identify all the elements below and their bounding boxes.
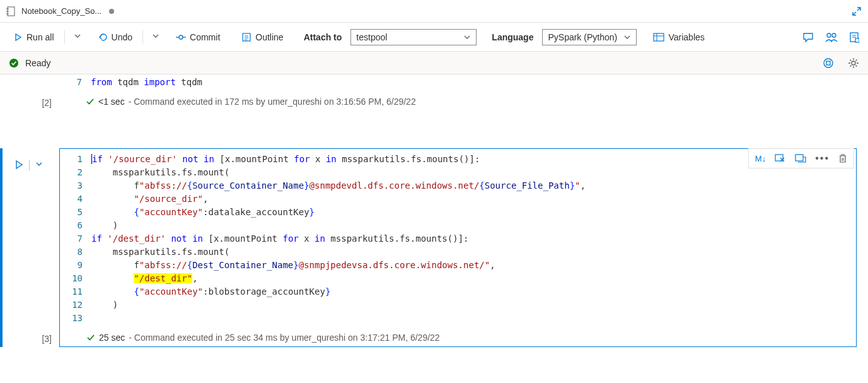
svg-point-4 (179, 35, 183, 39)
cell-execution-count: [3] (42, 334, 52, 344)
undo-button[interactable]: Undo (93, 30, 137, 45)
svg-point-15 (832, 33, 836, 37)
cell-content: 7 from tqdm import tqdm <1 sec - Command… (59, 74, 857, 110)
run-options-dropdown[interactable] (35, 160, 43, 168)
cell-execution-count: [2] (42, 98, 52, 108)
code-cell: 12345678910111213 if '/source_dir' not i… (0, 148, 868, 347)
language-label: Language (479, 32, 540, 42)
attach-to-value: testpool (356, 32, 387, 42)
line-number-gutter: 12345678910111213 (60, 153, 91, 325)
language-value: PySpark (Python) (548, 32, 617, 42)
cell-gutter: [2] (3, 74, 59, 110)
exec-message: - Command executed in 25 sec 34 ms by um… (129, 333, 439, 343)
execution-status: <1 sec - Command executed in 172 ms by u… (59, 93, 857, 110)
settings-icon[interactable] (848, 57, 859, 69)
svg-point-14 (827, 33, 831, 37)
svg-rect-19 (855, 38, 859, 42)
cell-content: 12345678910111213 if '/source_dir' not i… (59, 148, 857, 347)
exec-time: <1 sec (98, 97, 125, 107)
cell-gutter (3, 148, 59, 347)
code-cell: [2] 7 from tqdm import tqdm <1 sec - Com… (0, 74, 868, 110)
chevron-down-icon (74, 32, 81, 40)
variables-icon (653, 33, 664, 42)
code-editor[interactable]: 12345678910111213 if '/source_dir' not i… (60, 149, 856, 329)
toolbar: Run all Undo Commit Outline Attach to te… (0, 23, 868, 52)
properties-icon[interactable] (849, 32, 859, 43)
svg-point-20 (9, 59, 18, 68)
run-all-label: Run all (26, 32, 54, 42)
chevron-down-icon (152, 32, 159, 40)
code-content: if '/source_dir' not in [x.mountPoint fo… (91, 153, 856, 325)
notebook-title: Notebook_Copy_So... (21, 6, 101, 16)
variables-label: Variables (668, 32, 704, 42)
outline-button[interactable]: Outline (236, 30, 288, 45)
svg-point-23 (852, 61, 855, 65)
chevron-down-icon (623, 33, 631, 41)
undo-icon (98, 32, 108, 42)
language-select[interactable]: PySpark (Python) (542, 29, 637, 45)
run-cell-button[interactable] (14, 160, 24, 170)
code-editor[interactable]: 7 from tqdm import tqdm (59, 74, 857, 93)
attach-to-select[interactable]: testpool (350, 29, 477, 45)
svg-rect-11 (654, 33, 664, 41)
svg-point-21 (824, 59, 833, 68)
play-icon (14, 33, 23, 42)
coauthors-icon[interactable] (825, 32, 838, 43)
run-all-button[interactable]: Run all (9, 30, 59, 45)
svg-rect-22 (826, 61, 830, 65)
status-text: Ready (25, 58, 50, 68)
notebook-file-icon (6, 6, 16, 16)
exec-time: 25 sec (99, 333, 125, 343)
notebook-body: [2] 7 from tqdm import tqdm <1 sec - Com… (0, 74, 868, 360)
commit-button[interactable]: Commit (171, 30, 225, 45)
undo-dropdown[interactable] (148, 30, 163, 44)
check-icon (86, 97, 95, 106)
unsaved-indicator-icon (109, 9, 114, 14)
execution-status: 25 sec - Command executed in 25 sec 34 m… (60, 329, 856, 346)
undo-label: Undo (112, 32, 132, 42)
attach-to-label: Attach to (291, 32, 349, 42)
variables-button[interactable]: Variables (648, 30, 709, 45)
status-ready-icon (9, 58, 19, 68)
comments-icon[interactable] (802, 32, 814, 43)
exec-message: - Command executed in 172 ms by umer_qur… (129, 97, 416, 107)
outline-icon (241, 32, 252, 42)
commit-label: Commit (190, 32, 220, 42)
run-all-dropdown[interactable] (70, 30, 85, 44)
chevron-down-icon (463, 33, 471, 41)
check-icon (86, 333, 95, 342)
line-number: 7 (59, 76, 82, 89)
expand-icon[interactable] (852, 6, 862, 16)
commit-icon (176, 32, 186, 42)
code-line: from tqdm import tqdm (91, 76, 857, 89)
stop-session-icon[interactable] (823, 57, 834, 69)
outline-label: Outline (255, 32, 283, 42)
status-bar: Ready (0, 52, 868, 74)
title-bar: Notebook_Copy_So... (0, 0, 868, 23)
